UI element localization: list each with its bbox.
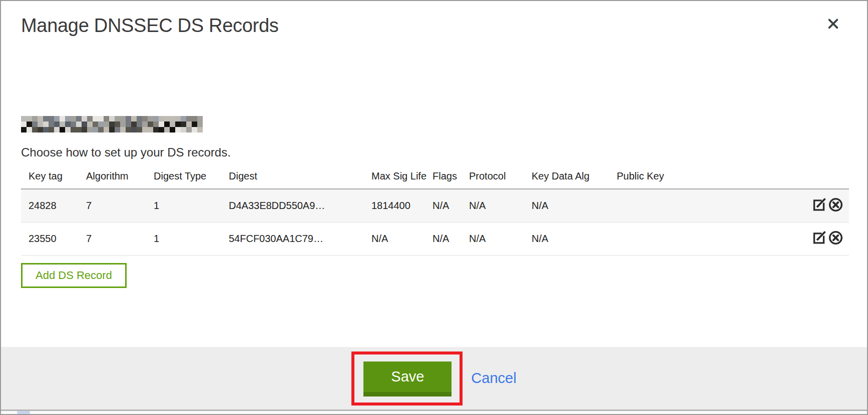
underlying-page-sliver — [1, 411, 867, 414]
column-header: Key tag — [21, 168, 79, 189]
column-header: Protocol — [462, 168, 524, 189]
delete-record-icon — [828, 240, 843, 247]
dialog-header: Manage DNSSEC DS Records — [21, 1, 847, 37]
save-button[interactable]: Save — [363, 362, 452, 396]
close-icon — [826, 24, 840, 32]
table-row: 235507154FCF030AA1C79…N/AN/AN/AN/A — [21, 222, 849, 255]
dialog-footer: Save Cancel — [1, 347, 867, 411]
table-row: 2482871D4A33E8DD550A9…1814400N/AN/AN/A — [21, 189, 849, 222]
ds-records-table: Key tagAlgorithmDigest TypeDigestMax Sig… — [21, 168, 849, 256]
table-cell: 1 — [146, 222, 221, 255]
column-header: Algorithm — [79, 168, 146, 189]
table-cell — [609, 222, 759, 255]
dialog-content: Manage DNSSEC DS Records Choose how to s… — [1, 1, 867, 288]
close-button[interactable] — [825, 16, 841, 33]
table-cell: N/A — [462, 222, 524, 255]
table-cell: 23550 — [21, 222, 79, 255]
ds-table-body: 2482871D4A33E8DD550A9…1814400N/AN/AN/A23… — [21, 189, 849, 255]
delete-record-icon — [828, 206, 843, 214]
table-cell: 24828 — [21, 189, 79, 222]
edit-record-button[interactable] — [811, 197, 827, 214]
table-cell: N/A — [364, 222, 425, 255]
redacted-domain-name — [21, 116, 203, 132]
table-cell: 7 — [79, 189, 146, 222]
column-header: Max Sig Life — [364, 168, 425, 189]
column-header: Key Data Alg — [524, 168, 609, 189]
table-cell: N/A — [425, 189, 462, 222]
underlying-page-artifact — [17, 411, 30, 414]
table-cell: 1 — [146, 189, 221, 222]
column-header: Flags — [425, 168, 462, 189]
edit-record-icon — [811, 206, 827, 214]
row-actions — [759, 189, 849, 222]
table-header-row: Key tagAlgorithmDigest TypeDigestMax Sig… — [21, 168, 849, 189]
delete-record-button[interactable] — [827, 197, 844, 214]
column-header: Digest — [221, 168, 364, 189]
column-header: Public Key — [609, 168, 759, 189]
table-cell — [609, 189, 759, 222]
add-ds-record-button[interactable]: Add DS Record — [21, 263, 127, 288]
edit-record-button[interactable] — [811, 230, 827, 247]
edit-record-icon — [811, 240, 827, 247]
table-cell: N/A — [524, 189, 609, 222]
page-title: Manage DNSSEC DS Records — [21, 14, 278, 37]
column-header: Digest Type — [146, 168, 221, 189]
cancel-link[interactable]: Cancel — [471, 370, 516, 386]
table-cell: 7 — [79, 222, 146, 255]
annotation-highlight-box: Save — [351, 352, 463, 406]
table-cell: N/A — [524, 222, 609, 255]
table-cell: 1814400 — [364, 189, 425, 222]
table-cell: N/A — [462, 189, 524, 222]
table-cell: N/A — [425, 222, 462, 255]
delete-record-button[interactable] — [827, 230, 844, 247]
column-header-actions — [759, 168, 849, 189]
row-actions — [759, 222, 849, 255]
table-cell: 54FCF030AA1C79… — [221, 222, 364, 255]
table-cell: D4A33E8DD550A9… — [221, 189, 364, 222]
instruction-text: Choose how to set up your DS records. — [21, 146, 847, 160]
